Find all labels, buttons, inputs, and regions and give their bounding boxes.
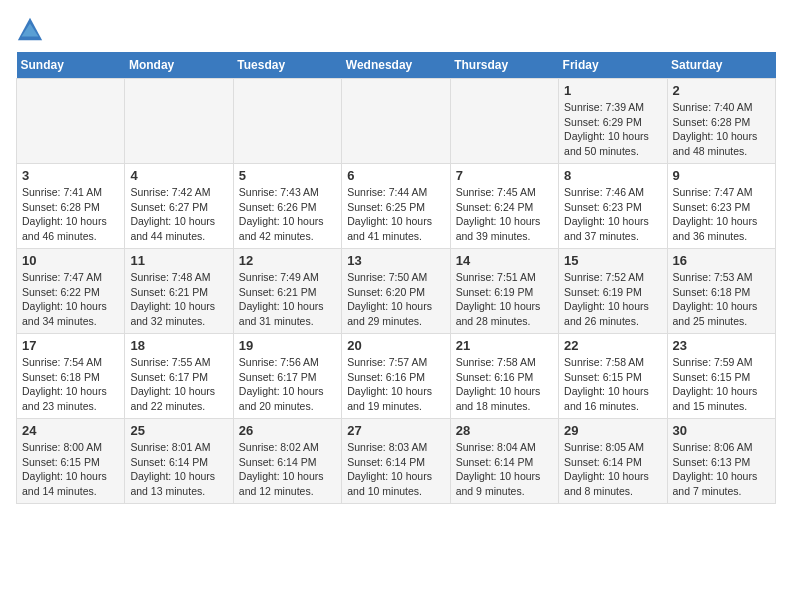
day-info: Sunrise: 7:54 AM Sunset: 6:18 PM Dayligh… bbox=[22, 355, 119, 414]
calendar-cell: 6Sunrise: 7:44 AM Sunset: 6:25 PM Daylig… bbox=[342, 164, 450, 249]
calendar-cell: 21Sunrise: 7:58 AM Sunset: 6:16 PM Dayli… bbox=[450, 334, 558, 419]
day-info: Sunrise: 8:05 AM Sunset: 6:14 PM Dayligh… bbox=[564, 440, 661, 499]
day-info: Sunrise: 7:40 AM Sunset: 6:28 PM Dayligh… bbox=[673, 100, 770, 159]
day-number: 11 bbox=[130, 253, 227, 268]
calendar-cell: 16Sunrise: 7:53 AM Sunset: 6:18 PM Dayli… bbox=[667, 249, 775, 334]
day-info: Sunrise: 7:53 AM Sunset: 6:18 PM Dayligh… bbox=[673, 270, 770, 329]
weekday-header-sunday: Sunday bbox=[17, 52, 125, 79]
calendar-cell: 18Sunrise: 7:55 AM Sunset: 6:17 PM Dayli… bbox=[125, 334, 233, 419]
day-number: 25 bbox=[130, 423, 227, 438]
day-number: 10 bbox=[22, 253, 119, 268]
day-number: 27 bbox=[347, 423, 444, 438]
day-info: Sunrise: 8:04 AM Sunset: 6:14 PM Dayligh… bbox=[456, 440, 553, 499]
calendar-cell: 7Sunrise: 7:45 AM Sunset: 6:24 PM Daylig… bbox=[450, 164, 558, 249]
day-info: Sunrise: 7:45 AM Sunset: 6:24 PM Dayligh… bbox=[456, 185, 553, 244]
calendar-cell: 22Sunrise: 7:58 AM Sunset: 6:15 PM Dayli… bbox=[559, 334, 667, 419]
calendar-cell: 10Sunrise: 7:47 AM Sunset: 6:22 PM Dayli… bbox=[17, 249, 125, 334]
day-number: 14 bbox=[456, 253, 553, 268]
day-info: Sunrise: 7:49 AM Sunset: 6:21 PM Dayligh… bbox=[239, 270, 336, 329]
logo bbox=[16, 16, 46, 44]
day-info: Sunrise: 7:48 AM Sunset: 6:21 PM Dayligh… bbox=[130, 270, 227, 329]
weekday-header-friday: Friday bbox=[559, 52, 667, 79]
day-number: 9 bbox=[673, 168, 770, 183]
calendar-cell: 13Sunrise: 7:50 AM Sunset: 6:20 PM Dayli… bbox=[342, 249, 450, 334]
day-info: Sunrise: 7:57 AM Sunset: 6:16 PM Dayligh… bbox=[347, 355, 444, 414]
day-number: 4 bbox=[130, 168, 227, 183]
day-info: Sunrise: 8:03 AM Sunset: 6:14 PM Dayligh… bbox=[347, 440, 444, 499]
day-info: Sunrise: 7:44 AM Sunset: 6:25 PM Dayligh… bbox=[347, 185, 444, 244]
day-info: Sunrise: 7:55 AM Sunset: 6:17 PM Dayligh… bbox=[130, 355, 227, 414]
calendar-cell: 24Sunrise: 8:00 AM Sunset: 6:15 PM Dayli… bbox=[17, 419, 125, 504]
day-info: Sunrise: 7:46 AM Sunset: 6:23 PM Dayligh… bbox=[564, 185, 661, 244]
weekday-header-row: SundayMondayTuesdayWednesdayThursdayFrid… bbox=[17, 52, 776, 79]
calendar-cell: 20Sunrise: 7:57 AM Sunset: 6:16 PM Dayli… bbox=[342, 334, 450, 419]
day-info: Sunrise: 7:52 AM Sunset: 6:19 PM Dayligh… bbox=[564, 270, 661, 329]
page-header bbox=[16, 16, 776, 44]
day-number: 28 bbox=[456, 423, 553, 438]
day-info: Sunrise: 8:02 AM Sunset: 6:14 PM Dayligh… bbox=[239, 440, 336, 499]
day-number: 26 bbox=[239, 423, 336, 438]
day-info: Sunrise: 7:51 AM Sunset: 6:19 PM Dayligh… bbox=[456, 270, 553, 329]
calendar-cell: 19Sunrise: 7:56 AM Sunset: 6:17 PM Dayli… bbox=[233, 334, 341, 419]
day-number: 30 bbox=[673, 423, 770, 438]
day-info: Sunrise: 7:41 AM Sunset: 6:28 PM Dayligh… bbox=[22, 185, 119, 244]
day-info: Sunrise: 8:00 AM Sunset: 6:15 PM Dayligh… bbox=[22, 440, 119, 499]
week-row-4: 17Sunrise: 7:54 AM Sunset: 6:18 PM Dayli… bbox=[17, 334, 776, 419]
day-info: Sunrise: 7:47 AM Sunset: 6:23 PM Dayligh… bbox=[673, 185, 770, 244]
calendar-cell: 12Sunrise: 7:49 AM Sunset: 6:21 PM Dayli… bbox=[233, 249, 341, 334]
weekday-header-tuesday: Tuesday bbox=[233, 52, 341, 79]
day-number: 7 bbox=[456, 168, 553, 183]
weekday-header-saturday: Saturday bbox=[667, 52, 775, 79]
day-info: Sunrise: 8:01 AM Sunset: 6:14 PM Dayligh… bbox=[130, 440, 227, 499]
day-info: Sunrise: 8:06 AM Sunset: 6:13 PM Dayligh… bbox=[673, 440, 770, 499]
calendar-cell: 4Sunrise: 7:42 AM Sunset: 6:27 PM Daylig… bbox=[125, 164, 233, 249]
calendar-cell bbox=[233, 79, 341, 164]
day-number: 22 bbox=[564, 338, 661, 353]
day-number: 16 bbox=[673, 253, 770, 268]
calendar-cell bbox=[450, 79, 558, 164]
calendar-cell: 29Sunrise: 8:05 AM Sunset: 6:14 PM Dayli… bbox=[559, 419, 667, 504]
calendar-cell: 25Sunrise: 8:01 AM Sunset: 6:14 PM Dayli… bbox=[125, 419, 233, 504]
day-number: 29 bbox=[564, 423, 661, 438]
day-number: 24 bbox=[22, 423, 119, 438]
weekday-header-wednesday: Wednesday bbox=[342, 52, 450, 79]
day-info: Sunrise: 7:56 AM Sunset: 6:17 PM Dayligh… bbox=[239, 355, 336, 414]
day-info: Sunrise: 7:58 AM Sunset: 6:15 PM Dayligh… bbox=[564, 355, 661, 414]
calendar-cell: 11Sunrise: 7:48 AM Sunset: 6:21 PM Dayli… bbox=[125, 249, 233, 334]
calendar-table: SundayMondayTuesdayWednesdayThursdayFrid… bbox=[16, 52, 776, 504]
logo-icon bbox=[16, 16, 44, 44]
day-number: 19 bbox=[239, 338, 336, 353]
day-number: 20 bbox=[347, 338, 444, 353]
day-number: 17 bbox=[22, 338, 119, 353]
weekday-header-monday: Monday bbox=[125, 52, 233, 79]
day-info: Sunrise: 7:50 AM Sunset: 6:20 PM Dayligh… bbox=[347, 270, 444, 329]
calendar-cell: 27Sunrise: 8:03 AM Sunset: 6:14 PM Dayli… bbox=[342, 419, 450, 504]
day-number: 1 bbox=[564, 83, 661, 98]
calendar-cell bbox=[342, 79, 450, 164]
day-info: Sunrise: 7:47 AM Sunset: 6:22 PM Dayligh… bbox=[22, 270, 119, 329]
day-info: Sunrise: 7:58 AM Sunset: 6:16 PM Dayligh… bbox=[456, 355, 553, 414]
day-number: 8 bbox=[564, 168, 661, 183]
day-info: Sunrise: 7:59 AM Sunset: 6:15 PM Dayligh… bbox=[673, 355, 770, 414]
day-number: 15 bbox=[564, 253, 661, 268]
calendar-cell: 15Sunrise: 7:52 AM Sunset: 6:19 PM Dayli… bbox=[559, 249, 667, 334]
day-number: 23 bbox=[673, 338, 770, 353]
calendar-cell: 17Sunrise: 7:54 AM Sunset: 6:18 PM Dayli… bbox=[17, 334, 125, 419]
day-number: 5 bbox=[239, 168, 336, 183]
week-row-2: 3Sunrise: 7:41 AM Sunset: 6:28 PM Daylig… bbox=[17, 164, 776, 249]
calendar-cell: 8Sunrise: 7:46 AM Sunset: 6:23 PM Daylig… bbox=[559, 164, 667, 249]
calendar-cell: 30Sunrise: 8:06 AM Sunset: 6:13 PM Dayli… bbox=[667, 419, 775, 504]
day-info: Sunrise: 7:43 AM Sunset: 6:26 PM Dayligh… bbox=[239, 185, 336, 244]
calendar-cell: 9Sunrise: 7:47 AM Sunset: 6:23 PM Daylig… bbox=[667, 164, 775, 249]
day-number: 13 bbox=[347, 253, 444, 268]
day-number: 21 bbox=[456, 338, 553, 353]
day-number: 3 bbox=[22, 168, 119, 183]
week-row-5: 24Sunrise: 8:00 AM Sunset: 6:15 PM Dayli… bbox=[17, 419, 776, 504]
day-number: 18 bbox=[130, 338, 227, 353]
weekday-header-thursday: Thursday bbox=[450, 52, 558, 79]
day-number: 6 bbox=[347, 168, 444, 183]
calendar-cell: 2Sunrise: 7:40 AM Sunset: 6:28 PM Daylig… bbox=[667, 79, 775, 164]
calendar-cell: 23Sunrise: 7:59 AM Sunset: 6:15 PM Dayli… bbox=[667, 334, 775, 419]
calendar-cell bbox=[17, 79, 125, 164]
day-info: Sunrise: 7:39 AM Sunset: 6:29 PM Dayligh… bbox=[564, 100, 661, 159]
